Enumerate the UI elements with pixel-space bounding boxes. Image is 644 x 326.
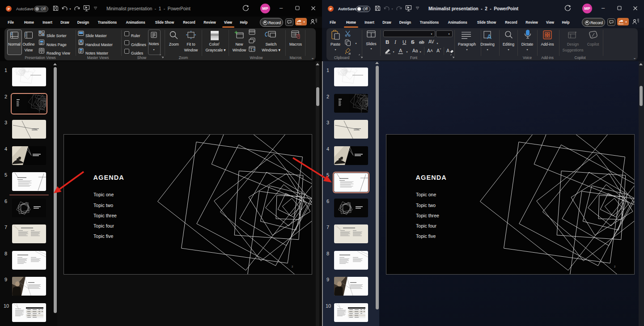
svg-text:P: P <box>8 7 10 11</box>
svg-text:P: P <box>330 7 332 11</box>
svg-text:A: A <box>487 33 491 40</box>
